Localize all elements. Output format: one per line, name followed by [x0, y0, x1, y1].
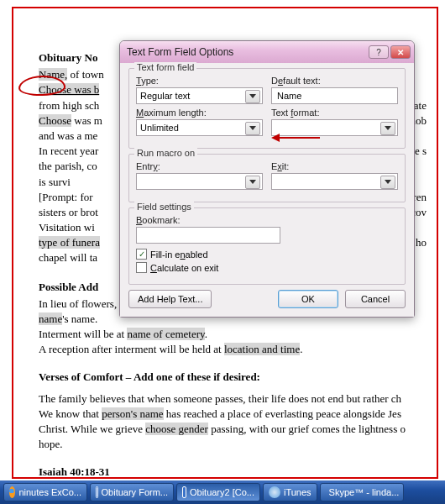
- type-combo[interactable]: Regular text: [136, 87, 263, 104]
- taskbar-item-active[interactable]: Obituary2 [Co...: [176, 483, 260, 501]
- dialog-body: Text form field Type: Regular text Defau…: [120, 63, 414, 317]
- group-text-form-field: Text form field Type: Regular text Defau…: [128, 68, 406, 149]
- taskbar-label: Obituary Form...: [102, 487, 168, 497]
- default-text-input[interactable]: [271, 87, 398, 104]
- taskbar-label: Obituary2 [Co...: [190, 487, 254, 497]
- doc-line: hope.: [39, 437, 428, 452]
- doc-line: Interment will be at name of cemetery.: [39, 327, 428, 342]
- taskbar-item[interactable]: ninutes ExCo...: [3, 483, 87, 501]
- bookmark-label: Bookmark:: [136, 215, 280, 225]
- entry-combo[interactable]: [136, 173, 263, 190]
- entry-label: Entry:: [136, 161, 263, 171]
- doc-line: Christ. While we grieve choose gender pa…: [39, 422, 428, 437]
- word-icon: [96, 486, 98, 498]
- dialog-titlebar[interactable]: Text Form Field Options ? ✕: [120, 41, 414, 63]
- taskbar-item[interactable]: Skype™ - linda...: [320, 483, 404, 501]
- cancel-button[interactable]: Cancel: [345, 290, 406, 308]
- checkbox-label: Calculate on exit: [150, 263, 218, 273]
- add-help-text-button[interactable]: Add Help Text...: [128, 290, 212, 308]
- close-button[interactable]: ✕: [390, 45, 411, 59]
- word-icon: [182, 486, 186, 498]
- dialog-title: Text Form Field Options: [127, 46, 367, 58]
- default-text-label: Default text:: [271, 76, 398, 86]
- group-run-macro: Run macro on Entry: Exit:: [128, 154, 406, 202]
- help-button[interactable]: ?: [369, 45, 389, 59]
- taskbar-label: Skype™ - linda...: [329, 487, 400, 497]
- taskbar-label: iTunes: [284, 487, 312, 497]
- firefox-icon: [9, 486, 15, 498]
- taskbar-item[interactable]: iTunes: [263, 483, 317, 501]
- ok-button[interactable]: OK: [278, 290, 338, 308]
- doc-line: A reception after interment will be held…: [39, 342, 428, 357]
- doc-line: The family believes that when someone pa…: [39, 391, 428, 407]
- bookmark-input[interactable]: [136, 227, 280, 244]
- checkbox-icon: ✓: [136, 249, 147, 260]
- text-format-label: Text format:: [271, 108, 398, 118]
- checkbox-icon: [136, 262, 147, 273]
- calculate-on-exit-checkbox[interactable]: Calculate on exit: [136, 262, 398, 273]
- group-label: Text form field: [134, 62, 196, 72]
- heading-verses: Verses of Comfort – Add one of these if …: [39, 370, 428, 385]
- taskbar-item[interactable]: Obituary Form...: [90, 483, 174, 501]
- maxlen-spinner[interactable]: Unlimited: [136, 119, 263, 136]
- itunes-icon: [269, 486, 280, 498]
- type-label: Type:: [136, 76, 263, 86]
- group-label: Field settings: [134, 202, 194, 212]
- maxlen-label: Maximum length:: [136, 108, 263, 118]
- checkbox-label: Fill-in enabled: [150, 249, 208, 260]
- taskbar-label: ninutes ExCo...: [18, 487, 81, 497]
- exit-combo[interactable]: [271, 173, 398, 190]
- fill-in-enabled-checkbox[interactable]: ✓ Fill-in enabled: [136, 249, 398, 260]
- heading-isaiah: Isaiah 40:18-31: [39, 465, 428, 480]
- group-label: Run macro on: [134, 148, 197, 158]
- group-field-settings: Field settings Bookmark: ✓ Fill-in enabl…: [128, 207, 406, 285]
- text-form-field-options-dialog: Text Form Field Options ? ✕ Text form fi…: [119, 40, 415, 318]
- text-format-combo[interactable]: [271, 119, 398, 136]
- taskbar: ninutes ExCo... Obituary Form... Obituar…: [0, 480, 445, 504]
- doc-line: We know that person's name has reached a…: [39, 407, 428, 422]
- exit-label: Exit:: [271, 161, 398, 171]
